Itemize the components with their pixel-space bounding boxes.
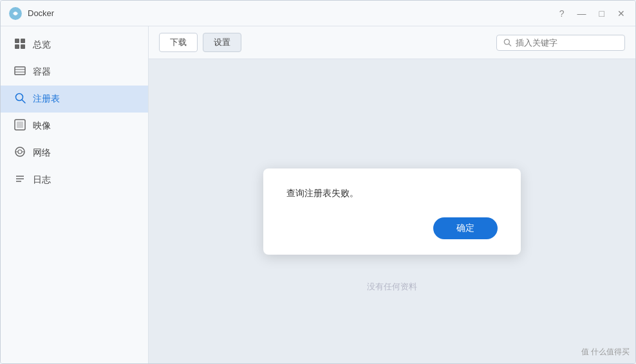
svg-rect-12	[17, 122, 23, 128]
svg-line-10	[23, 100, 26, 104]
page-content: 没有任何资料 查询注册表失败。 确定	[149, 59, 635, 363]
log-icon	[14, 173, 26, 187]
dialog-overlay: 查询注册表失败。 确定	[149, 59, 635, 363]
main-layout: 总览 容器 注册表 映像	[1, 26, 635, 363]
toolbar-left: 下载 设置	[159, 33, 241, 52]
app-window: Docker ? — □ ✕ 总览 容器	[0, 0, 636, 364]
dialog-actions: 确定	[286, 217, 498, 239]
svg-line-21	[509, 44, 511, 46]
svg-point-9	[16, 94, 23, 101]
container-icon	[14, 65, 26, 79]
search-box	[496, 35, 625, 51]
help-button[interactable]: ?	[557, 8, 567, 19]
sidebar-item-registry-label: 注册表	[33, 93, 60, 105]
search-input[interactable]	[516, 38, 618, 48]
sidebar-item-network[interactable]: 网络	[1, 140, 148, 167]
sidebar-item-registry[interactable]: 注册表	[1, 86, 148, 113]
svg-rect-5	[21, 44, 25, 49]
content-area: 下载 设置 没有任何资料 查询注册表失败。	[149, 26, 635, 363]
sidebar-item-container[interactable]: 容器	[1, 59, 148, 86]
image-icon	[14, 119, 26, 133]
dialog-box: 查询注册表失败。 确定	[263, 168, 521, 255]
dialog-confirm-button[interactable]: 确定	[433, 217, 498, 239]
svg-point-14	[18, 150, 22, 154]
sidebar: 总览 容器 注册表 映像	[1, 26, 149, 363]
search-icon	[503, 38, 512, 47]
sidebar-item-overview-label: 总览	[33, 39, 51, 51]
svg-rect-4	[15, 44, 19, 49]
sidebar-item-container-label: 容器	[33, 66, 51, 78]
download-button[interactable]: 下载	[159, 33, 198, 52]
sidebar-item-log[interactable]: 日志	[1, 167, 148, 194]
network-icon	[14, 146, 26, 160]
svg-point-1	[14, 12, 17, 15]
close-button[interactable]: ✕	[615, 8, 628, 19]
title-bar-left: Docker	[8, 6, 54, 21]
registry-icon	[14, 92, 26, 106]
title-bar-controls: ? — □ ✕	[557, 8, 628, 19]
title-bar: Docker ? — □ ✕	[1, 1, 635, 26]
sidebar-item-overview[interactable]: 总览	[1, 32, 148, 59]
svg-rect-6	[15, 67, 25, 75]
watermark-text: 值 什么值得买	[581, 347, 630, 358]
minimize-button[interactable]: —	[575, 8, 589, 19]
overview-icon	[14, 38, 26, 52]
toolbar: 下载 设置	[149, 26, 635, 59]
app-title: Docker	[28, 8, 54, 18]
svg-rect-2	[15, 39, 19, 43]
sidebar-item-image-label: 映像	[33, 120, 51, 132]
sidebar-item-log-label: 日志	[33, 174, 51, 186]
maximize-button[interactable]: □	[597, 8, 607, 19]
sidebar-item-network-label: 网络	[33, 147, 51, 159]
svg-rect-3	[21, 39, 25, 43]
sidebar-item-image[interactable]: 映像	[1, 113, 148, 140]
app-logo	[8, 6, 23, 21]
dialog-message: 查询注册表失败。	[286, 188, 498, 199]
watermark: 值 什么值得买	[581, 347, 630, 358]
settings-button[interactable]: 设置	[203, 33, 241, 52]
